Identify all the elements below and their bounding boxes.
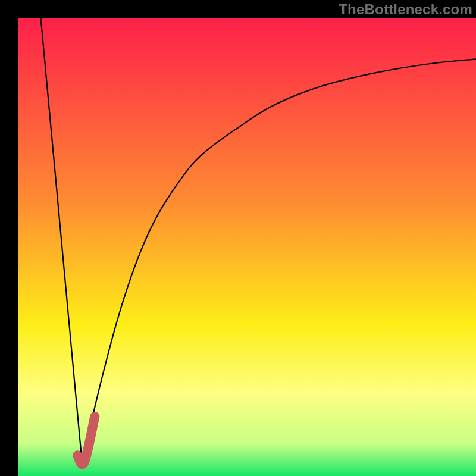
chart-frame: TheBottleneck.com — [0, 0, 476, 476]
heat-gradient — [18, 18, 476, 476]
chart-svg — [18, 18, 476, 476]
plot-area — [18, 18, 476, 476]
watermark-text: TheBottleneck.com — [339, 1, 472, 18]
